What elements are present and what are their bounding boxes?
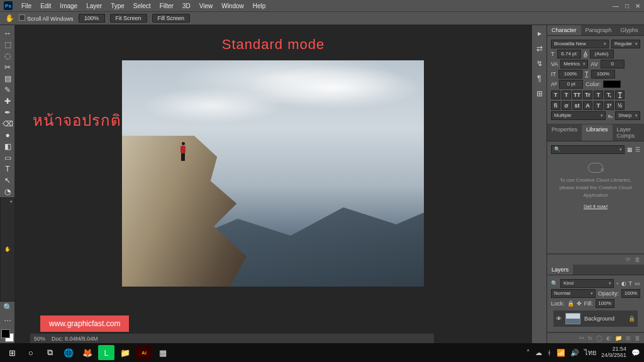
font-family-select[interactable]: Browallia New <box>551 40 609 48</box>
taskbar-clock[interactable]: 21:54 24/9/2561 <box>601 346 626 359</box>
paragraph-icon[interactable]: ¶ <box>537 74 541 83</box>
taskview-button[interactable]: ⧉ <box>42 345 58 360</box>
pinned-app-icon[interactable]: ▦ <box>155 345 171 360</box>
zoom-field[interactable]: 100% <box>79 14 105 23</box>
cc-get-it-link[interactable]: Get it now! <box>556 203 635 211</box>
start-button[interactable]: ⊞ <box>4 345 20 360</box>
tray-cloud-icon[interactable]: ☁ <box>535 349 542 357</box>
antialias-select[interactable]: Sharp <box>615 111 640 120</box>
document-canvas[interactable] <box>122 60 424 287</box>
tool-eraser[interactable]: ● <box>0 129 15 141</box>
ot-st-button[interactable]: st <box>572 101 582 110</box>
menu-3d[interactable]: 3D <box>179 3 194 9</box>
filter-pixel-icon[interactable]: ▫ <box>616 280 618 287</box>
tool-more[interactable]: … <box>0 313 15 324</box>
tool-gradient[interactable]: ◧ <box>0 141 15 152</box>
tab-layer-comps[interactable]: Layer Comps <box>613 124 644 141</box>
history-icon[interactable]: ⇄ <box>536 44 543 53</box>
menu-edit[interactable]: Edit <box>36 3 55 9</box>
ot-1st-button[interactable]: 1ˢ <box>604 101 614 110</box>
tray-wifi-icon[interactable]: 📶 <box>557 349 565 357</box>
tab-character[interactable]: Character <box>547 25 581 35</box>
lock-pos-icon[interactable]: ✥ <box>577 300 582 307</box>
grid-view-icon[interactable]: ▦ <box>627 146 633 153</box>
font-size-field[interactable]: 6.74 pt <box>557 50 581 58</box>
tool-zoom[interactable]: 🔍 <box>0 302 15 313</box>
tab-paragraph[interactable]: Paragraph <box>581 25 616 35</box>
language-select[interactable]: Multiple <box>551 111 606 120</box>
ot-o-button[interactable]: σ <box>562 101 571 110</box>
hand-tool-icon[interactable]: ✋ <box>5 14 14 23</box>
visibility-icon[interactable]: 👁 <box>556 315 562 322</box>
tracking-select[interactable]: Metrics <box>560 60 588 69</box>
illustrator-task-icon[interactable]: Ai <box>136 345 152 360</box>
notifications-icon[interactable]: 💬 <box>631 349 640 357</box>
filter-shape-icon[interactable]: ▭ <box>635 280 640 287</box>
menu-help[interactable]: Help <box>249 3 270 9</box>
adjustment-icon[interactable]: ◐ <box>606 335 611 341</box>
new-layer-icon[interactable]: ⊞ <box>626 335 631 341</box>
explorer-icon[interactable]: 📁 <box>117 345 133 360</box>
baseline-field[interactable]: 0 pt <box>559 80 583 89</box>
menu-filter[interactable]: Filter <box>156 3 177 9</box>
menu-file[interactable]: File <box>18 3 35 9</box>
hscale-field[interactable]: 100% <box>591 70 615 79</box>
lock-icon[interactable]: 🔒 <box>628 315 635 322</box>
tool-crop[interactable]: ✂ <box>0 62 15 73</box>
cortana-button[interactable]: ○ <box>23 345 39 360</box>
tray-bt-icon[interactable]: ᚼ <box>547 349 552 356</box>
close-button[interactable]: ✕ <box>635 3 640 9</box>
firefox-icon[interactable]: 🦊 <box>79 345 96 360</box>
lib-sync-icon[interactable]: ⟳ <box>626 256 631 263</box>
maximize-button[interactable]: □ <box>625 3 629 9</box>
menu-image[interactable]: Image <box>56 3 81 9</box>
tray-lang[interactable]: ไทย <box>584 347 596 358</box>
tab-libraries[interactable]: Libraries <box>582 124 613 141</box>
blend-mode-select[interactable]: Normal <box>551 289 596 298</box>
library-search[interactable]: 🔍 <box>551 145 625 154</box>
tool-type[interactable]: T <box>0 163 15 175</box>
tool-path[interactable]: ↖ <box>0 175 15 186</box>
fx-icon[interactable]: fx <box>588 335 592 341</box>
layer-row-background[interactable]: 👁 Background 🔒 <box>553 310 638 327</box>
vscale-field[interactable]: 100% <box>558 70 582 79</box>
filter-adj-icon[interactable]: ◐ <box>621 280 626 287</box>
fill-screen-button[interactable]: Fill Screen <box>152 14 191 23</box>
layer-name[interactable]: Background <box>584 315 614 322</box>
tool-stamp[interactable]: ⌫ <box>0 118 15 129</box>
faux-bold-button[interactable]: T <box>551 90 560 99</box>
filter-type-icon[interactable]: T <box>629 280 633 287</box>
menu-type[interactable]: Type <box>107 3 128 9</box>
fill-field[interactable]: 100% <box>596 299 614 308</box>
tool-marquee[interactable]: ⬚ <box>0 39 15 50</box>
tool-eyedropper[interactable]: ✎ <box>0 84 15 96</box>
tool-frame[interactable]: ▤ <box>0 73 15 84</box>
strikethrough-button[interactable]: T̲ <box>615 90 625 99</box>
layers-kind-select[interactable]: Kind <box>560 279 614 288</box>
menu-layer[interactable]: Layer <box>82 3 106 9</box>
leading-field[interactable]: (Auto) <box>590 50 614 58</box>
canvas-area[interactable]: Standard mode หน้าจอปรกติ www.graphicfas… <box>15 25 531 343</box>
tool-move[interactable]: ↔ <box>0 28 15 39</box>
link-layers-icon[interactable]: ⚯ <box>579 335 584 341</box>
opacity-field[interactable]: 100% <box>621 289 640 298</box>
ot-frac-button[interactable]: ½ <box>615 101 625 110</box>
status-zoom[interactable]: 50% <box>34 336 45 342</box>
tool-heal[interactable]: ✚ <box>0 96 15 107</box>
tray-volume-icon[interactable]: 🔊 <box>570 349 579 357</box>
tool-lasso[interactable]: ◌ <box>0 50 15 62</box>
expand-icon[interactable]: ▸ <box>538 29 541 38</box>
tab-glyphs[interactable]: Glyphs <box>616 25 643 35</box>
scroll-all-checkbox[interactable] <box>19 14 25 21</box>
menu-select[interactable]: Select <box>130 3 155 9</box>
ot-fi-button[interactable]: fi <box>551 101 560 110</box>
tray-chevron-icon[interactable]: ˄ <box>526 349 530 357</box>
tab-properties[interactable]: Properties <box>547 124 582 141</box>
group-icon[interactable]: 📁 <box>615 335 622 341</box>
line-icon[interactable]: L <box>98 345 114 360</box>
swatches-icon[interactable]: ⊞ <box>536 89 543 98</box>
tool-hand[interactable]: ✋ <box>0 197 15 302</box>
allcaps-button[interactable]: TT <box>572 90 582 99</box>
tool-shape[interactable]: ◔ <box>0 186 15 197</box>
tool-brush[interactable]: ✒ <box>0 107 15 118</box>
